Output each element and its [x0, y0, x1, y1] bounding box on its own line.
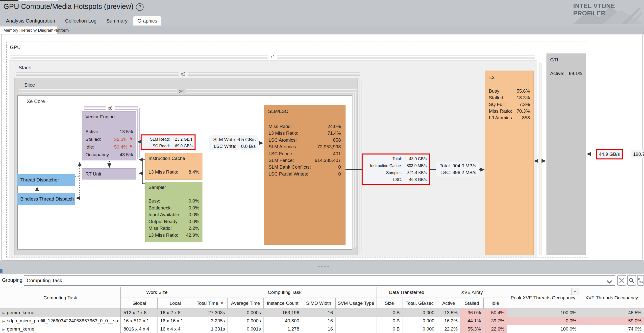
tools-icon	[619, 278, 625, 284]
warning-flag-icon: ⚑	[129, 143, 133, 151]
sort-descending-icon: ▼	[220, 301, 224, 305]
vector-engine-duplicate-edge	[137, 110, 138, 159]
flow-settings-button[interactable]	[637, 275, 644, 286]
result-tabs: Analysis Configuration Collection Log Su…	[2, 16, 161, 26]
xe-core-label: Xe Core	[27, 98, 45, 104]
chevron-down-icon	[607, 278, 612, 284]
slm-read-highlight-box: SLM Read:23.2 GB/s LSC Read:69.0 GB/s	[140, 134, 196, 150]
l3-traffic-highlight-box: Total:48.0 GB/s Instruction Cache:803.0 …	[362, 154, 430, 185]
column-header-svm-usage-type[interactable]: SVM Usage Type	[336, 298, 376, 309]
column-header-simd-width[interactable]: SIMD Width	[302, 298, 336, 309]
x4-count-label: x4	[177, 89, 186, 94]
group-header-data-transferred: Data Transferred	[376, 287, 437, 298]
column-header-average-time[interactable]: Average Time	[228, 298, 264, 309]
column-header-xve-threads-occupancy[interactable]: XVE Threads Occupancy	[579, 287, 644, 309]
expand-row-icon[interactable]: ▶	[2, 311, 5, 315]
tab-analysis-configuration[interactable]: Analysis Configuration	[2, 16, 59, 26]
grouping-row: Grouping: Computing Task	[0, 274, 644, 288]
expand-columns-button[interactable]: »	[571, 288, 578, 295]
column-header-computing-task[interactable]: Computing Task	[0, 287, 121, 309]
grouping-label: Grouping:	[2, 277, 24, 283]
thread-dispatcher-box: Thread Dispatcher	[17, 174, 75, 186]
gti-bandwidth-highlight-box: 44.9 GB/s	[596, 149, 623, 160]
search-icon	[629, 278, 634, 284]
occupancy-cell-flagged: 59.0%	[579, 317, 644, 325]
peak-occupancy-cell-flagged: 0.0%	[507, 317, 579, 325]
vector-engine-box: Vector Engine Active:13.5% Stalled:36.0%…	[82, 112, 136, 160]
stalled-cell-flagged: 44.1%	[460, 317, 484, 325]
group-header-computing-task: Computing Task	[193, 287, 376, 298]
stalled-cell-flagged: 36.0%	[460, 309, 484, 317]
warning-flag-icon: ⚑	[129, 136, 133, 143]
pane-splitter[interactable]: ••••	[0, 260, 644, 274]
bindless-thread-dispatch-box: Bindless Thread Dispatch	[17, 193, 75, 205]
stack-duplicate-edge	[540, 64, 542, 255]
instruction-cache-box: Instruction Cache L3 Miss Ratio:8.4%	[145, 153, 202, 180]
xecore-duplicate-edge	[355, 92, 356, 246]
memory-bandwidth-label: 190.7	[631, 150, 644, 158]
group-header-xve-array: XVE Array	[437, 287, 507, 298]
subtab-bar: Memory Hierarchy Diagram Platform	[0, 26, 644, 34]
subtab-memory-hierarchy-diagram[interactable]: Memory Hierarchy Diagram	[0, 26, 57, 34]
header-bar: GPU Compute/Media Hotspots (preview)? An…	[0, 0, 644, 26]
vector-engine-title: Vector Engine	[86, 114, 114, 120]
x2-slice-bars	[16, 72, 360, 77]
column-header-peak-xve-threads-occupancy[interactable]: Peak XVE Threads Occupancy	[507, 287, 579, 309]
expand-row-icon[interactable]: ▶	[2, 328, 5, 331]
column-header-idle[interactable]: Idle	[484, 298, 507, 309]
slm-write-label: SLM Write:6.5 GB/s LSC Write:0.0 B/s	[209, 136, 258, 150]
grouping-dropdown[interactable]: Computing Task	[24, 275, 615, 286]
gpu-label-separator	[7, 53, 588, 53]
help-icon[interactable]: ?	[136, 3, 144, 11]
idle-cell-flagged: 22.6%	[484, 325, 507, 333]
customize-grouping-button[interactable]	[617, 275, 626, 286]
gti-box: GTI Active:69.1%	[546, 54, 586, 255]
tab-collection-log[interactable]: Collection Log	[61, 16, 100, 26]
flow-icon	[638, 278, 643, 284]
x4-xecore-bars	[19, 89, 357, 94]
stack-duplicate-edge	[538, 62, 540, 255]
l3-inbound-label: Total:904.0 MB/s LSC:896.2 MB/s	[436, 162, 479, 176]
vector-engine-duplicate-edge	[138, 108, 140, 158]
idle-cell-flagged: 39.7%	[484, 317, 507, 325]
stack-label: Stack	[18, 65, 31, 70]
tab-summary[interactable]: Summary	[102, 16, 132, 26]
l3-box: L3 Busy:55.6% Stalled:18.3% SQ Full:7.3%…	[485, 70, 534, 255]
group-header-work-size: Work Size	[121, 287, 193, 298]
x2-count-label: x2	[178, 72, 188, 76]
x8-count-label: x8	[106, 106, 114, 111]
vtune-logo-text: INTEL VTUNE PROFILER	[573, 2, 640, 17]
subtab-platform[interactable]: Platform	[50, 26, 72, 34]
vtune-app: GPU Compute/Media Hotspots (preview)? An…	[0, 0, 644, 333]
expand-row-icon[interactable]: ▶	[2, 320, 5, 323]
column-header-active[interactable]: Active	[437, 298, 460, 309]
slice-duplicate-edge	[359, 79, 360, 254]
stalled-cell-flagged: 55.3%	[460, 325, 484, 333]
window-edge-decoration	[0, 0, 18, 1]
splitter-handle-dots[interactable]: ••••	[318, 264, 330, 269]
sampler-box: Sampler Busy:0.0% Bottleneck:0.0% Input …	[145, 182, 202, 242]
slm-lsc-box: SLM/LSC Miss Ratio:24.0% L3 Miss Ratio:7…	[264, 105, 346, 245]
search-button[interactable]	[627, 275, 636, 286]
idle-cell-flagged: 50.4%	[484, 309, 507, 317]
xecore-duplicate-edge	[353, 94, 354, 248]
column-header-local[interactable]: Local	[158, 298, 193, 309]
column-header-total-gb-sec[interactable]: Total, GB/sec	[402, 298, 437, 309]
vtune-logo: INTEL VTUNE PROFILER	[573, 1, 642, 26]
window-edge-decoration-light	[19, 0, 58, 1]
column-header-global[interactable]: Global	[121, 298, 158, 309]
tab-graphics[interactable]: Graphics	[134, 16, 161, 26]
column-header-size[interactable]: Size	[376, 298, 402, 309]
column-header-total-time-sorted[interactable]: Total Time▼	[193, 298, 228, 309]
splitter-grip[interactable]	[0, 269, 2, 273]
page-title: GPU Compute/Media Hotspots (preview)?	[4, 2, 144, 11]
rt-unit-box: RT Unit	[82, 168, 136, 180]
slice-label: Slice	[24, 82, 35, 88]
gpu-label: GPU	[10, 44, 20, 50]
column-header-instance-count[interactable]: Instance Count	[264, 298, 302, 309]
column-header-stalled[interactable]: Stalled	[460, 298, 484, 309]
x1-count-label: x1	[268, 54, 277, 59]
